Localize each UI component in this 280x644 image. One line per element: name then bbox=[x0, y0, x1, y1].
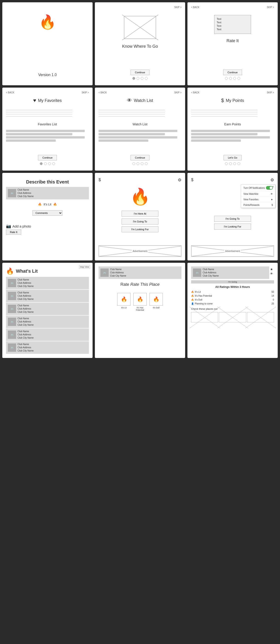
eye-icon[interactable]: 👁 bbox=[270, 272, 273, 276]
club-name: Club Name bbox=[110, 268, 126, 271]
screen-title: Rate It bbox=[226, 38, 239, 43]
line-1 bbox=[191, 110, 258, 110]
continue-button[interactable]: Continue bbox=[131, 155, 149, 160]
rate-option-3[interactable]: 🔥 It's Dull bbox=[149, 293, 163, 311]
rate-option-1[interactable]: 🔥 It's Lit bbox=[117, 293, 131, 311]
gear-icon[interactable]: ⚙ bbox=[178, 178, 181, 182]
club-item[interactable]: 🏢 Club Name Club Address Club City Name bbox=[6, 187, 89, 200]
favorites-screen: < BACK SKIP > ♥ My Favorites Favorites L… bbox=[2, 88, 93, 170]
sub-title: Earn Points bbox=[224, 122, 241, 126]
points-rewards-row[interactable]: Points/Rewards $ bbox=[241, 202, 275, 208]
club-item-5[interactable]: 🏢 Club Name Club Address Club City Name bbox=[6, 328, 89, 341]
nav-top: < BACK SKIP > bbox=[99, 91, 181, 94]
check-places-label: Check these places out bbox=[191, 308, 217, 310]
add-photo-row[interactable]: 📷 Add a photo bbox=[6, 224, 89, 229]
dot-3 bbox=[141, 77, 143, 80]
club-address: Club Address bbox=[17, 294, 34, 298]
rating-count-2: 14 bbox=[272, 294, 274, 297]
screen-header: $ My Points bbox=[221, 98, 244, 104]
rate-option-2[interactable]: 🔥 It's Has Potential bbox=[133, 293, 147, 311]
club-name: Club Name bbox=[17, 343, 34, 346]
dollar-icon[interactable]: $ bbox=[99, 178, 101, 182]
skip-button[interactable]: SKIP > bbox=[174, 6, 181, 8]
dot-4 bbox=[52, 162, 55, 165]
line-2 bbox=[191, 112, 258, 112]
rate-it-button[interactable]: Rate It bbox=[6, 230, 21, 235]
turn-off-label: Turn Off Notifications bbox=[243, 187, 265, 189]
im-here-at-button[interactable]: I'm Here At bbox=[122, 211, 158, 217]
block-2 bbox=[99, 133, 165, 135]
club-city: Club City Name bbox=[17, 336, 34, 340]
im-going-to-button[interactable]: I'm Going To bbox=[214, 216, 251, 222]
dot-1 bbox=[40, 162, 43, 165]
comments-dropdown[interactable]: Comments bbox=[32, 210, 62, 216]
club-thumbnail: 🏢 bbox=[8, 189, 16, 197]
club-item[interactable]: 🏢 Club Name Club Address Club City Name bbox=[191, 266, 269, 279]
image-placeholder bbox=[124, 16, 156, 39]
onboarding-screen-3: < BACK SKIP > Text Text Text Text Rate I… bbox=[187, 2, 278, 85]
club-item-4[interactable]: 🏢 Club Name Club Address Club City Name bbox=[6, 316, 89, 328]
rating-row-4: 👤 Planning to come 25 bbox=[191, 302, 274, 306]
flame-right: 🔥 bbox=[53, 202, 57, 206]
club-item-3[interactable]: 🏢 Club Name Club Address Club City Name bbox=[6, 303, 89, 315]
club-item-6[interactable]: 🏢 Club Name Club Address Club City Name bbox=[6, 341, 89, 354]
club-item[interactable]: 🏢 Club Name Club Address Club City Name bbox=[99, 266, 181, 279]
dollar-icon[interactable]: $ bbox=[191, 178, 193, 182]
going-badge[interactable]: I'm Going bbox=[191, 280, 274, 284]
whats-lit-screen: 🔥 What's Lit Map View 🏢 Club Name Club A… bbox=[2, 263, 93, 358]
skip-button[interactable]: SKIP > bbox=[174, 91, 181, 94]
screen-title: My Favorites bbox=[38, 98, 62, 103]
rating-count-1: 50 bbox=[272, 291, 274, 293]
club-address: Club Address bbox=[203, 271, 219, 274]
club-item-2[interactable]: 🏢 Club Name Club Address Club City Name bbox=[6, 290, 89, 302]
flame-icon: 🔥 bbox=[39, 15, 56, 29]
club-name: Club Name bbox=[203, 268, 219, 271]
view-watchlist-row[interactable]: View Watchlist 👁 bbox=[241, 191, 275, 197]
block-2 bbox=[6, 133, 72, 135]
skip-button[interactable]: SKIP > bbox=[267, 6, 274, 8]
rate-label-2: It's Has Potential bbox=[133, 306, 147, 311]
eye-icon: 👁 bbox=[127, 98, 132, 104]
club-city: Club City Name bbox=[17, 285, 34, 288]
continue-button[interactable]: Continue bbox=[223, 70, 242, 75]
describe-title: Describe this Event bbox=[26, 179, 69, 185]
club-info: Club Name Club Address Club City Name bbox=[110, 268, 126, 278]
back-button[interactable]: < BACK bbox=[191, 91, 199, 94]
dot-1 bbox=[225, 162, 228, 165]
letsgo-button[interactable]: Let's Go bbox=[224, 155, 242, 160]
dot-2 bbox=[137, 162, 139, 165]
settings-popup: × Turn Off Notifications View Watchlist … bbox=[241, 184, 276, 208]
screen-title: Know Where To Go bbox=[122, 44, 158, 49]
dot-1 bbox=[132, 162, 135, 165]
club-address: Club Address bbox=[17, 320, 34, 324]
skip-button[interactable]: SKIP > bbox=[82, 91, 89, 94]
back-button[interactable]: < BACK bbox=[99, 91, 107, 94]
gear-icon[interactable]: ⚙ bbox=[270, 178, 274, 182]
view-favorites-row[interactable]: View Favorites ★ bbox=[241, 197, 275, 202]
club-city: Club City Name bbox=[203, 274, 219, 278]
im-looking-for-button[interactable]: I'm Looking For bbox=[122, 226, 158, 232]
dollar-gear-row: $ ⚙ bbox=[99, 176, 181, 184]
map-view-button[interactable]: Map View bbox=[79, 265, 90, 269]
notifications-toggle[interactable] bbox=[266, 186, 273, 190]
club-address: Club Address bbox=[17, 282, 34, 285]
im-looking-for-button[interactable]: I'm Looking For bbox=[214, 224, 251, 230]
im-going-to-button[interactable]: I'm Going To bbox=[122, 218, 158, 224]
list-lines bbox=[99, 108, 181, 118]
star-icon[interactable]: ★ bbox=[270, 267, 273, 271]
club-item-1[interactable]: 🏢 Club Name Club Address Club City Name bbox=[6, 277, 89, 289]
line-1 bbox=[99, 110, 165, 110]
turn-off-notifications-row[interactable]: Turn Off Notifications bbox=[241, 185, 275, 191]
gray-blocks bbox=[99, 129, 181, 143]
thumbnail-row bbox=[191, 312, 274, 322]
its-lit-label: It's Lit bbox=[43, 202, 51, 206]
skip-button[interactable]: SKIP > bbox=[267, 91, 274, 94]
continue-button[interactable]: Continue bbox=[38, 155, 57, 160]
rating-left-3: 🔥 It's Dull bbox=[191, 298, 202, 301]
back-button[interactable]: < BACK bbox=[191, 6, 199, 8]
rate-box-potential: 🔥 bbox=[133, 293, 147, 306]
continue-button[interactable]: Continue bbox=[131, 70, 149, 75]
back-button[interactable]: < BACK bbox=[6, 91, 14, 94]
splash-screen: 🔥 Version 1.0 bbox=[2, 2, 93, 85]
block-1 bbox=[6, 130, 85, 132]
